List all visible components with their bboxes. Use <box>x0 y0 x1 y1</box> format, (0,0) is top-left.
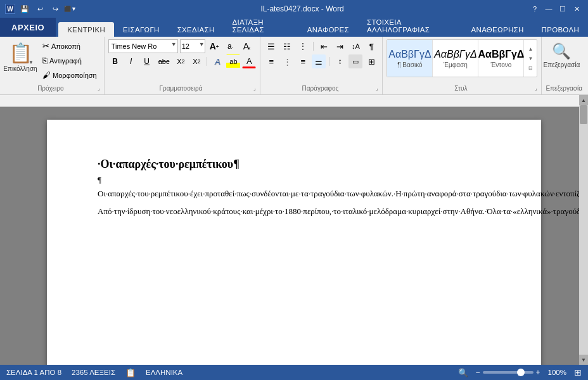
sort-button[interactable]: ↕A <box>348 39 362 53</box>
show-formatting-button[interactable]: ¶ <box>364 39 378 53</box>
decrease-indent-button[interactable]: ⇤ <box>317 39 331 53</box>
fit-page-icon[interactable]: ⊞ <box>574 367 582 377</box>
tab-page-layout[interactable]: ΔΙΑΤΑΞΗ ΣΕΛΙΔΑΣ <box>223 15 298 37</box>
font-family-input[interactable]: Times New Ro <box>108 39 178 53</box>
doc-scroll-area: ·Οι·απαρχές·του·ρεμπέτικου¶ ¶ Οι·απαρχές… <box>0 107 588 365</box>
paragraph-section-label: Παράγραφος ⌟ <box>264 84 378 93</box>
clipboard-section: 📋 Επικόλληση ▼ ✂ Αποκοπή ⎘ Αντιγραφή 🖌 Μ… <box>0 37 105 94</box>
text-effects-button[interactable]: A <box>210 54 224 68</box>
paste-dropdown-icon[interactable]: ▼ <box>29 60 34 65</box>
shrink-font-button[interactable]: a- <box>223 39 237 53</box>
tab-mailings[interactable]: ΣΤΟΙΧΕΙΑ ΑΛΛΗΛΟΓΡΑΦΙΑΣ <box>358 15 463 37</box>
align-center-button[interactable]: ⋮ <box>280 54 294 68</box>
format-painter-label: Μορφοποίηση <box>53 72 97 79</box>
paste-label: Επικόλληση <box>3 65 37 72</box>
tab-references[interactable]: ΑΝΑΦΟΡΕΣ <box>298 22 358 37</box>
font-color-button[interactable]: A <box>242 54 256 68</box>
clipboard-right: ✂ Αποκοπή ⎘ Αντιγραφή 🖌 Μορφοποίηση <box>39 39 100 82</box>
cut-label: Αποκοπή <box>51 42 80 50</box>
maximize-button[interactable]: ☐ <box>556 3 569 15</box>
paste-button[interactable]: 📋 Επικόλληση ▼ <box>4 39 37 75</box>
styles-scroll-down[interactable]: ▼ <box>525 54 535 63</box>
line-spacing-button[interactable]: ↕ <box>333 54 347 68</box>
help-button[interactable]: ? <box>528 3 541 15</box>
borders-button[interactable]: ⊞ <box>364 54 378 68</box>
subscript-button[interactable]: X2 <box>174 54 188 68</box>
zoom-track[interactable] <box>483 371 534 374</box>
font-expand-icon[interactable]: ⌟ <box>253 86 256 91</box>
scroll-thumb[interactable] <box>580 107 587 124</box>
superscript-button[interactable]: X2 <box>189 54 203 68</box>
save-quick-icon[interactable]: 💾 <box>19 3 30 15</box>
tab-view[interactable]: ΠΡΟΒΟΛΗ <box>533 22 588 37</box>
style-emphasis[interactable]: AαBβΓγΔ Έμφαση <box>433 39 478 77</box>
cut-button[interactable]: ✂ Αποκοπή <box>39 39 100 53</box>
close-button[interactable]: ✕ <box>570 3 583 15</box>
clipboard-content: 📋 Επικόλληση ▼ ✂ Αποκοπή ⎘ Αντιγραφή 🖌 Μ… <box>4 39 100 84</box>
grow-font-button[interactable]: A+ <box>207 39 222 53</box>
tab-insert[interactable]: ΕΙΣΑΓΩΓΗ <box>114 22 169 37</box>
ribbon: 📋 Επικόλληση ▼ ✂ Αποκοπή ⎘ Αντιγραφή 🖌 Μ… <box>0 37 588 95</box>
format-clear-button[interactable]: A✕ <box>239 39 253 53</box>
style-strong[interactable]: AαBβΓγΔ Έντονο <box>478 39 524 77</box>
multilevel-list-button[interactable]: ⋮ <box>296 39 310 53</box>
font-family-dropdown-icon[interactable]: ▼ <box>171 41 177 48</box>
bold-button[interactable]: B <box>108 54 122 68</box>
ribbon-tabs: ΚΕΝΤΡΙΚΗ ΕΙΣΑΓΩΓΗ ΣΧΕΔΙΑΣΗ ΔΙΑΤΑΞΗ ΣΕΛΙΔ… <box>56 18 588 37</box>
tab-home[interactable]: ΚΕΝΤΡΙΚΗ <box>58 22 114 37</box>
zoom-thumb[interactable] <box>517 369 525 376</box>
clipboard-expand-icon[interactable]: ⌟ <box>98 86 100 91</box>
strikethrough-button[interactable]: abc <box>156 54 172 68</box>
styles-content: AαBβΓγΔ ¶ Βασικό AαBβΓγΔ Έμφαση AαBβΓγΔ … <box>387 39 537 84</box>
style-normal[interactable]: AαBβΓγΔ ¶ Βασικό <box>387 39 433 77</box>
document-page[interactable]: ·Οι·απαρχές·του·ρεμπέτικου¶ ¶ Οι·απαρχές… <box>47 120 541 365</box>
format-painter-button[interactable]: 🖌 Μορφοποίηση <box>39 68 100 82</box>
font-row-2: B I U abc X2 X2 A ab A <box>108 54 257 68</box>
increase-indent-button[interactable]: ⇥ <box>333 39 347 53</box>
zoom-percent: 100% <box>548 369 566 376</box>
highlight-button[interactable]: ab <box>226 54 240 68</box>
copy-button[interactable]: ⎘ Αντιγραφή <box>39 54 100 67</box>
font-content: Times New Ro ▼ 12 ▼ A+ a- A✕ B I U abc <box>108 39 257 84</box>
styles-expand[interactable]: ⊟ <box>525 63 535 72</box>
scroll-track[interactable] <box>579 107 588 355</box>
track-changes-icon[interactable]: 📋 <box>125 368 136 377</box>
tab-design[interactable]: ΣΧΕΔΙΑΣΗ <box>169 22 224 37</box>
vertical-scrollbar[interactable]: ▲ ▼ <box>579 107 588 365</box>
style-strong-preview: AαBβΓγΔ <box>478 49 525 60</box>
minimize-button[interactable]: — <box>542 3 555 15</box>
numbering-button[interactable]: ☷ <box>280 39 294 53</box>
zoom-plus-icon[interactable]: + <box>536 368 540 377</box>
shading-button[interactable]: ▭ <box>348 54 362 68</box>
para-expand-icon[interactable]: ⌟ <box>376 86 378 91</box>
align-right-button[interactable]: ≡ <box>296 54 310 68</box>
tab-review[interactable]: ΑΝΑΘΕΩΡΗΣΗ <box>463 22 533 37</box>
zoom-minus-icon[interactable]: − <box>476 368 480 377</box>
styles-scroll-up[interactable]: ▲ <box>525 44 535 53</box>
font-family-wrapper: Times New Ro ▼ <box>108 39 178 53</box>
styles-expand-icon[interactable]: ⌟ <box>535 86 537 91</box>
align-left-button[interactable]: ≡ <box>264 54 278 68</box>
document-heading: ·Οι·απαρχές·του·ρεμπέτικου¶ <box>98 158 490 171</box>
paragraph-content: ☰ ☷ ⋮ ⇤ ⇥ ↕A ¶ ≡ ⋮ ≡ ⚌ ↕ ▭ ⊞ <box>264 39 378 84</box>
scroll-down-button[interactable]: ▼ <box>579 355 588 365</box>
word-count: 2365 ΛΕΞΕΙΣ <box>72 369 115 376</box>
bullets-button[interactable]: ☰ <box>264 39 278 53</box>
undo-quick-icon[interactable]: ↩ <box>34 3 46 15</box>
underline-button[interactable]: U <box>140 54 154 68</box>
zoom-slider[interactable]: − + <box>476 368 540 377</box>
para-divider-1 <box>313 42 314 51</box>
font-size-dropdown-icon[interactable]: ▼ <box>199 41 205 48</box>
language-indicator[interactable]: ΕΛΛΗΝΙΚΑ <box>146 369 182 376</box>
editing-button[interactable]: 🔍 Επεξεργασία <box>546 39 577 72</box>
ruler <box>0 95 588 107</box>
body-paragraph-2: Από·την·ίδρυση·του·νεοελληνικού·κράτους·… <box>98 205 490 218</box>
style-emphasis-label: Έμφαση <box>444 61 468 68</box>
italic-button[interactable]: I <box>124 54 138 68</box>
title-bar-controls: ? — ☐ ✕ <box>528 3 583 15</box>
copy-label: Αντιγραφή <box>49 57 82 65</box>
justify-button[interactable]: ⚌ <box>312 54 326 68</box>
redo-quick-icon[interactable]: ↪ <box>49 3 61 15</box>
qa-more-icon[interactable]: ⬛▼ <box>65 3 76 15</box>
file-tab-button[interactable]: ΑΡΧΕΙΟ <box>0 18 56 37</box>
